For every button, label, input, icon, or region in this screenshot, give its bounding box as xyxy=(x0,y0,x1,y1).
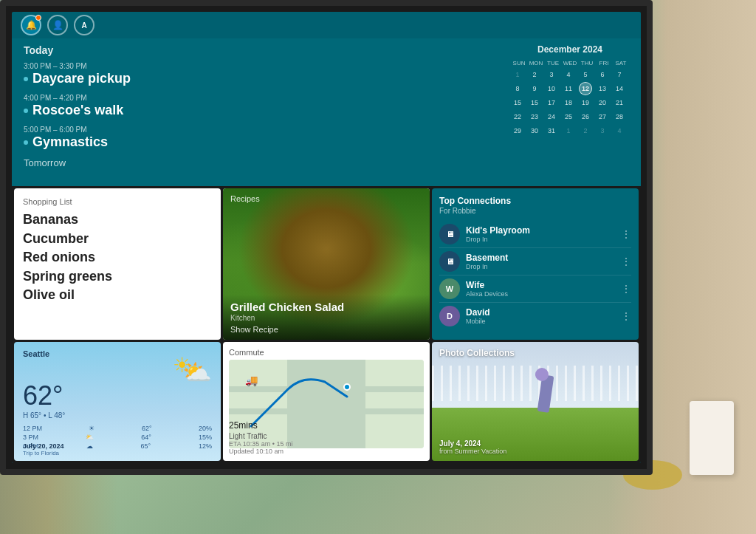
shopping-list-widget: Shopping List Bananas Cucumber Red onion… xyxy=(14,188,221,340)
weather-icon-3pm: ⛅ xyxy=(86,434,94,441)
top-bar-icons: 🔔 👤 A xyxy=(21,15,94,35)
connection-avatar-wife: W xyxy=(439,278,460,299)
cal-day-19[interactable]: 19 xyxy=(579,96,592,109)
photo-footer: July 4, 2024 from Summer Vacation xyxy=(439,439,506,455)
cal-day-18[interactable]: 18 xyxy=(562,96,575,109)
screen: 🔔 👤 A Today xyxy=(12,12,641,463)
conn-menu-basement[interactable]: ⋮ xyxy=(621,256,631,267)
cal-day-28[interactable]: 28 xyxy=(613,110,626,123)
commute-truck-icon: 🚚 xyxy=(245,374,258,386)
weather-widget: Seattle ☀ ⛅ 62° H 65° • L 48° 12 PM ☀ 62… xyxy=(14,342,221,461)
cal-day-13[interactable]: 13 xyxy=(596,82,609,95)
cal-day-8[interactable]: 8 xyxy=(511,82,524,95)
profile-icon[interactable]: 👤 xyxy=(47,15,68,35)
conn-status-basement: Drop In xyxy=(466,263,615,270)
cal-day-31[interactable]: 31 xyxy=(545,124,558,137)
cal-day-2[interactable]: 2 xyxy=(528,68,541,81)
cal-day-6[interactable]: 6 xyxy=(596,68,609,81)
event-time-1: 3:00 PM – 3:30 PM xyxy=(24,62,496,70)
cal-day-20[interactable]: 20 xyxy=(596,96,609,109)
photo-title: Photo Collections xyxy=(439,348,515,358)
shopping-item-3[interactable]: Red onions xyxy=(23,250,212,266)
cal-day-25[interactable]: 25 xyxy=(562,110,575,123)
weather-row-3pm: 3 PM ⛅ 64° 15% xyxy=(23,433,212,442)
connection-item-playroom[interactable]: 🖥 Kid's Playroom Drop In ⋮ xyxy=(439,221,631,248)
connection-avatar-basement: 🖥 xyxy=(439,251,460,272)
recipe-overlay: Grilled Chicken Salad Kitchen Show Recip… xyxy=(223,295,430,340)
cal-day-22[interactable]: 22 xyxy=(511,110,524,123)
cal-day-12-today[interactable]: 12 xyxy=(579,82,592,95)
cal-day-7[interactable]: 7 xyxy=(613,68,626,81)
top-bar: 🔔 👤 A xyxy=(12,12,641,38)
commute-traffic: Light Traffic xyxy=(229,432,424,440)
amazon-icon[interactable]: A xyxy=(74,15,94,35)
shopping-item-4[interactable]: Spring greens xyxy=(23,269,212,285)
cal-fri: FRI xyxy=(596,59,612,67)
bell-symbol: 🔔 xyxy=(26,20,37,30)
cal-day-27[interactable]: 27 xyxy=(596,110,609,123)
cal-day-3[interactable]: 3 xyxy=(545,68,558,81)
conn-status-playroom: Drop In xyxy=(466,236,615,243)
shopping-item-1[interactable]: Bananas xyxy=(23,212,212,228)
photo-collections-widget[interactable]: Photo Collections July 4, 2024 from Summ… xyxy=(432,342,639,461)
cal-day-next-4: 4 xyxy=(613,124,626,137)
conn-name-wife: Wife xyxy=(466,280,615,290)
conn-name-basement: Basement xyxy=(466,253,615,263)
weather-icon-6pm: ☁ xyxy=(86,442,93,450)
cal-day-23[interactable]: 23 xyxy=(528,110,541,123)
cal-day-4[interactable]: 4 xyxy=(562,68,575,81)
cal-day-16[interactable]: 15 xyxy=(528,96,541,109)
commute-widget: Commute 🚚 xyxy=(223,342,430,461)
cal-day-next-2: 2 xyxy=(579,124,592,137)
cal-tue: TUE xyxy=(545,59,561,67)
agenda-calendar-section: Today 3:00 PM – 3:30 PM Daycare pickup 4… xyxy=(12,38,641,186)
commute-info: 25mins Light Traffic ETA 10:35 am • 15 m… xyxy=(229,415,424,455)
cal-day-14[interactable]: 14 xyxy=(613,82,626,95)
cal-day-30[interactable]: 30 xyxy=(528,124,541,137)
cal-day-24[interactable]: 24 xyxy=(545,110,558,123)
notification-dot xyxy=(35,15,41,21)
shopping-item-5[interactable]: Olive oil xyxy=(23,287,212,304)
conn-menu-wife[interactable]: ⋮ xyxy=(621,283,631,295)
connection-item-david[interactable]: D David Mobile ⋮ xyxy=(439,303,631,329)
commute-eta: ETA 10:35 am • 15 mi xyxy=(229,440,424,448)
conn-name-david: David xyxy=(466,307,615,318)
recipe-name: Grilled Chicken Salad xyxy=(230,301,422,313)
event-dot-3 xyxy=(24,140,28,145)
recipe-cta[interactable]: Show Recipe xyxy=(230,325,422,334)
conn-menu-david[interactable]: ⋮ xyxy=(621,310,631,322)
cal-day-17[interactable]: 17 xyxy=(545,96,558,109)
weather-range: H 65° • L 48° xyxy=(23,411,212,420)
event-dot-2 xyxy=(24,109,28,113)
calendar-section: December 2024 SUN MON TUE WED THU FRI SA… xyxy=(511,44,629,180)
cal-day-5[interactable]: 5 xyxy=(579,68,592,81)
cal-day-26[interactable]: 26 xyxy=(579,110,592,123)
cal-day-10[interactable]: 10 xyxy=(545,82,558,95)
weather-cloud-icon: ⛅ xyxy=(182,358,212,386)
event-name-3: Gymnastics xyxy=(24,134,496,150)
connection-item-wife[interactable]: W Wife Alexa Devices ⋮ xyxy=(439,275,631,303)
cal-day-21[interactable]: 21 xyxy=(613,96,626,109)
photo-date: July 4, 2024 xyxy=(439,439,506,448)
recipe-category: Kitchen xyxy=(230,314,422,322)
cal-day-15[interactable]: 15 xyxy=(511,96,524,109)
cal-day-11[interactable]: 11 xyxy=(562,82,575,95)
connections-title: Top Connections xyxy=(439,196,631,206)
event-name-1: Daycare pickup xyxy=(24,71,496,86)
widgets-grid: Shopping List Bananas Cucumber Red onion… xyxy=(12,186,641,463)
cal-day-29[interactable]: 29 xyxy=(511,124,524,137)
today-label: Today xyxy=(24,44,496,56)
connections-subtitle: For Robbie xyxy=(439,207,631,215)
shopping-item-2[interactable]: Cucumber xyxy=(23,231,212,247)
conn-status-david: Mobile xyxy=(466,318,615,325)
profile-symbol: 👤 xyxy=(52,20,63,30)
cal-day-9[interactable]: 9 xyxy=(528,82,541,95)
recipe-widget-title: Recipes xyxy=(230,194,260,203)
conn-menu-playroom[interactable]: ⋮ xyxy=(621,228,631,240)
notification-bell-icon[interactable]: 🔔 xyxy=(21,15,41,35)
conn-info-david: David Mobile xyxy=(466,307,615,325)
conn-info-playroom: Kid's Playroom Drop In xyxy=(466,225,615,243)
commute-updated: Updated 10:10 am xyxy=(229,448,424,455)
recipe-widget[interactable]: Recipes Grilled Chicken Salad Kitchen Sh… xyxy=(223,188,430,340)
connection-item-basement[interactable]: 🖥 Basement Drop In ⋮ xyxy=(439,248,631,275)
